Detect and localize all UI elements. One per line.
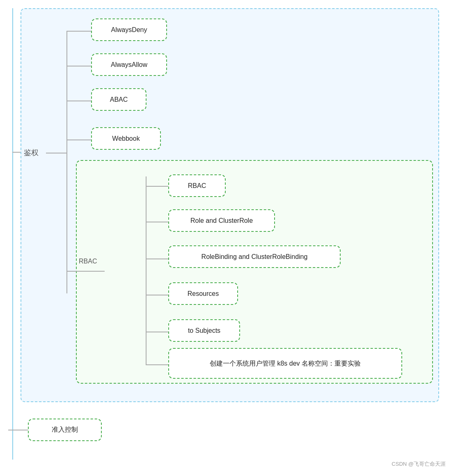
rbac-inner-v-line: [146, 176, 147, 365]
rbac-outer-label: RBAC: [79, 258, 97, 265]
role-clusterrole-branch: [146, 222, 168, 222]
rolebinding-node: RoleBinding and ClusterRoleBinding: [168, 245, 341, 268]
admission-h-line: [8, 430, 28, 430]
jiaquan-v-line: [66, 31, 67, 293]
always-allow-branch: [66, 66, 91, 66]
watermark: CSDN @飞哥亡命天涯: [392, 460, 446, 468]
always-allow-node: AlwaysAllow: [91, 53, 167, 76]
rbac-inner-branch: [146, 186, 168, 187]
diagram-container: 鉴权 AlwaysDeny AlwaysAllow ABAC Webbook R…: [0, 0, 458, 476]
resources-branch: [146, 295, 168, 295]
rbac-node: RBAC: [168, 174, 226, 197]
webbook-branch: [66, 140, 91, 140]
abac-branch: [66, 101, 91, 101]
rolebinding-branch: [146, 259, 168, 259]
abac-node: ABAC: [91, 88, 147, 111]
jiaquan-h-line: [46, 153, 66, 153]
always-deny-node: AlwaysDeny: [91, 18, 167, 41]
always-deny-branch: [66, 31, 91, 32]
rbac-outer-branch: [66, 271, 105, 272]
to-subjects-branch: [146, 332, 168, 332]
jiaquan-label: 鉴权: [24, 148, 39, 158]
to-subjects-node: to Subjects: [168, 319, 240, 342]
create-system-branch: [146, 364, 168, 365]
outer-left-line: [12, 8, 13, 460]
create-system-node: 创建一个系统用户管理 k8s dev 名称空间：重要实验: [168, 348, 402, 379]
admission-node: 准入控制: [28, 419, 102, 441]
resources-node: Resources: [168, 282, 238, 305]
role-clusterrole-node: Role and ClusterRole: [168, 209, 275, 232]
webbook-node: Webbook: [91, 127, 161, 150]
